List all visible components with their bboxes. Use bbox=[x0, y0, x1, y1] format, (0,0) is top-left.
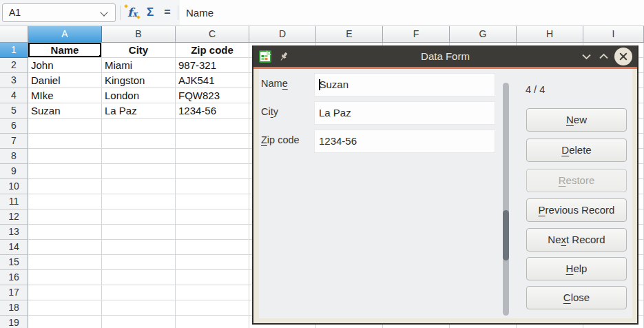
cell-C19[interactable] bbox=[176, 316, 249, 328]
row-header-12[interactable]: 12 bbox=[0, 209, 28, 225]
column-header-C[interactable]: C bbox=[176, 26, 249, 42]
name-box-dropdown-icon[interactable] bbox=[100, 8, 107, 16]
row-header-13[interactable]: 13 bbox=[0, 225, 28, 240]
cell-B2[interactable]: Miami bbox=[102, 58, 176, 73]
cell-B16[interactable] bbox=[102, 270, 176, 285]
cell-B1[interactable]: City bbox=[102, 43, 176, 58]
cell-C16[interactable] bbox=[176, 270, 249, 285]
cell-A13[interactable] bbox=[28, 225, 102, 240]
row-header-19[interactable]: 19 bbox=[0, 316, 28, 328]
new-button[interactable]: New bbox=[526, 108, 627, 132]
cell-C1[interactable]: Zip code bbox=[176, 43, 249, 58]
cell-A3[interactable]: Daniel bbox=[28, 73, 102, 88]
column-header-I[interactable]: I bbox=[583, 26, 644, 42]
cell-A6[interactable] bbox=[28, 119, 102, 134]
cell-C5[interactable]: 1234-56 bbox=[176, 103, 249, 119]
cell-C15[interactable] bbox=[176, 255, 249, 270]
cell-A14[interactable] bbox=[28, 240, 102, 255]
pin-icon[interactable] bbox=[278, 51, 289, 62]
cell-B17[interactable] bbox=[102, 285, 176, 300]
column-header-D[interactable]: D bbox=[249, 26, 316, 42]
cell-B11[interactable] bbox=[102, 194, 176, 209]
cell-C2[interactable]: 987-321 bbox=[176, 58, 249, 73]
cell-A12[interactable] bbox=[28, 209, 102, 225]
cell-C3[interactable]: AJK541 bbox=[176, 73, 249, 88]
column-header-E[interactable]: E bbox=[316, 26, 383, 42]
name-input[interactable]: Suzan bbox=[314, 73, 495, 96]
formula-input[interactable]: Name bbox=[180, 0, 644, 25]
cell-C14[interactable] bbox=[176, 240, 249, 255]
next-record-button[interactable]: Next Record bbox=[526, 228, 627, 252]
close-icon[interactable] bbox=[614, 48, 632, 65]
name-box[interactable]: A1 bbox=[2, 3, 116, 22]
delete-button[interactable]: Delete bbox=[526, 139, 627, 162]
cell-B5[interactable]: La Paz bbox=[102, 103, 176, 119]
cell-A1[interactable]: Name bbox=[28, 43, 102, 58]
cell-C6[interactable] bbox=[176, 119, 249, 134]
row-header-1[interactable]: 1 bbox=[0, 43, 28, 58]
roll-down-icon[interactable] bbox=[580, 50, 592, 63]
cell-A9[interactable] bbox=[28, 164, 102, 179]
column-header-F[interactable]: F bbox=[383, 26, 450, 42]
cell-C12[interactable] bbox=[176, 209, 249, 225]
zip-code-input[interactable]: 1234-56 bbox=[314, 130, 495, 153]
cell-A8[interactable] bbox=[28, 149, 102, 164]
cell-B12[interactable] bbox=[102, 209, 176, 225]
cell-B4[interactable]: London bbox=[102, 88, 176, 103]
row-header-7[interactable]: 7 bbox=[0, 134, 28, 149]
cell-A19[interactable] bbox=[28, 316, 102, 328]
row-header-10[interactable]: 10 bbox=[0, 179, 28, 194]
cell-B18[interactable] bbox=[102, 300, 176, 316]
cell-A5[interactable]: Suzan bbox=[28, 103, 102, 119]
cell-A11[interactable] bbox=[28, 194, 102, 209]
cell-B19[interactable] bbox=[102, 316, 176, 328]
cell-A7[interactable] bbox=[28, 134, 102, 149]
cell-C7[interactable] bbox=[176, 134, 249, 149]
select-all-corner[interactable] bbox=[0, 26, 28, 42]
row-header-8[interactable]: 8 bbox=[0, 149, 28, 164]
cell-C13[interactable] bbox=[176, 225, 249, 240]
cell-B3[interactable]: Kingston bbox=[102, 73, 176, 88]
column-header-G[interactable]: G bbox=[450, 26, 517, 42]
cell-B7[interactable] bbox=[102, 134, 176, 149]
row-header-6[interactable]: 6 bbox=[0, 119, 28, 134]
cell-A10[interactable] bbox=[28, 179, 102, 194]
cell-B10[interactable] bbox=[102, 179, 176, 194]
row-header-17[interactable]: 17 bbox=[0, 285, 28, 300]
cell-C4[interactable]: FQW823 bbox=[176, 88, 249, 103]
cell-C10[interactable] bbox=[176, 179, 249, 194]
cell-A18[interactable] bbox=[28, 300, 102, 316]
row-header-14[interactable]: 14 bbox=[0, 240, 28, 255]
close-button[interactable]: Close bbox=[526, 286, 627, 309]
column-header-H[interactable]: H bbox=[517, 26, 583, 42]
cell-B15[interactable] bbox=[102, 255, 176, 270]
cell-A17[interactable] bbox=[28, 285, 102, 300]
row-header-3[interactable]: 3 bbox=[0, 73, 28, 88]
previous-record-button[interactable]: Previous Record bbox=[526, 198, 627, 222]
cell-B9[interactable] bbox=[102, 164, 176, 179]
dialog-titlebar[interactable]: Data Form bbox=[253, 45, 637, 67]
row-header-15[interactable]: 15 bbox=[0, 255, 28, 270]
row-header-16[interactable]: 16 bbox=[0, 270, 28, 285]
column-header-B[interactable]: B bbox=[102, 26, 176, 42]
row-header-9[interactable]: 9 bbox=[0, 164, 28, 179]
row-header-4[interactable]: 4 bbox=[0, 88, 28, 103]
cell-C9[interactable] bbox=[176, 164, 249, 179]
sum-icon[interactable]: Σ bbox=[142, 3, 158, 21]
cell-B8[interactable] bbox=[102, 149, 176, 164]
row-header-11[interactable]: 11 bbox=[0, 194, 28, 209]
form-scrollbar-track[interactable] bbox=[503, 83, 509, 316]
row-header-2[interactable]: 2 bbox=[0, 58, 28, 73]
formula-equals-icon[interactable]: = bbox=[159, 3, 176, 21]
cell-B6[interactable] bbox=[102, 119, 176, 134]
cell-B13[interactable] bbox=[102, 225, 176, 240]
city-input[interactable]: La Paz bbox=[314, 101, 495, 125]
cell-A2[interactable]: John bbox=[28, 58, 102, 73]
cell-A15[interactable] bbox=[28, 255, 102, 270]
cell-A16[interactable] bbox=[28, 270, 102, 285]
form-scrollbar-thumb[interactable] bbox=[503, 210, 509, 260]
column-header-A[interactable]: A bbox=[28, 26, 102, 42]
cell-C11[interactable] bbox=[176, 194, 249, 209]
cell-B14[interactable] bbox=[102, 240, 176, 255]
roll-up-icon[interactable] bbox=[597, 50, 610, 63]
